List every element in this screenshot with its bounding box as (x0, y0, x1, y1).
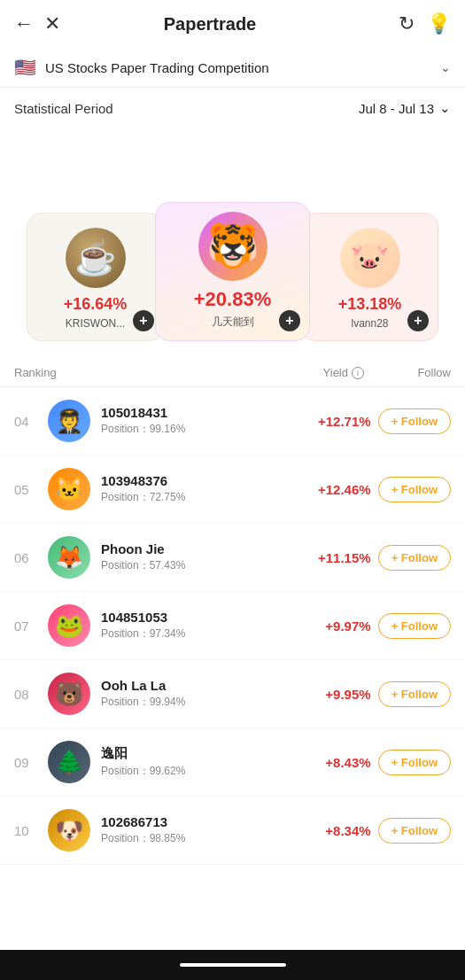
podium-third-add-button[interactable]: + (407, 310, 429, 331)
rank-user-info: 104851053 Position：97.34% (101, 610, 300, 642)
competition-name: US Stocks Paper Trading Competition (45, 60, 431, 75)
follow-button[interactable]: + Follow (378, 477, 451, 502)
rank-number: 04 (14, 414, 41, 429)
podium-second-add-button[interactable]: + (133, 310, 154, 331)
rank-position: Position：57.43% (101, 558, 300, 573)
podium-second-avatar: ☕ (66, 228, 126, 288)
table-row: 08 🐻 Ooh La La Position：99.94% +9.95% + … (0, 660, 465, 728)
rank-avatar: 🐶 (48, 809, 90, 852)
table-row: 09 🌲 逸阳 Position：99.62% +8.43% + Follow (0, 728, 465, 797)
rank-number: 06 (14, 550, 41, 565)
rank-position: Position：99.94% (101, 695, 300, 710)
rank-number: 07 (14, 618, 41, 634)
podium-third-yield: +13.18% (338, 295, 402, 314)
settings-icon[interactable]: 💡 (427, 12, 451, 35)
podium-second: ☕ +16.64% KRISWON... + (27, 213, 164, 341)
rank-user-info: 逸阳 Position：99.62% (101, 745, 300, 779)
rank-yield: +9.95% (300, 687, 371, 702)
follow-button[interactable]: + Follow (378, 408, 451, 434)
table-row: 06 🦊 Phoon Jie Position：57.43% +11.15% +… (0, 524, 465, 592)
header: ← ✕ Papertrade ↻ 💡 (0, 0, 465, 48)
rank-avatar: 🌲 (48, 741, 90, 783)
rank-avatar: 🐻 (48, 673, 90, 715)
follow-button[interactable]: + Follow (378, 681, 451, 707)
podium-first-avatar: 🐯 (198, 212, 267, 281)
rank-username: 102686713 (101, 814, 300, 829)
back-button[interactable]: ← (14, 12, 34, 35)
rank-number: 10 (14, 823, 41, 838)
th-yield: Yield i (323, 366, 364, 379)
follow-button[interactable]: + Follow (378, 750, 451, 775)
rank-user-info: Phoon Jie Position：57.43% (101, 541, 300, 573)
rank-user-info: 105018431 Position：99.16% (101, 405, 300, 437)
rank-position: Position：98.85% (101, 831, 300, 846)
header-actions: ↻ 💡 (399, 12, 451, 35)
period-chevron-icon: ⌄ (439, 100, 451, 116)
table-row: 04 🧑‍✈️ 105018431 Position：99.16% +12.71… (0, 387, 465, 455)
rank-user-info: Ooh La La Position：99.94% (101, 678, 300, 710)
podium-third: 🐷 +13.18% lvann28 + (301, 213, 438, 341)
rank-number: 09 (14, 755, 41, 770)
ranking-list: 04 🧑‍✈️ 105018431 Position：99.16% +12.71… (0, 387, 465, 865)
rank-yield: +9.97% (300, 618, 371, 634)
rank-username: Ooh La La (101, 678, 300, 693)
rank-avatar: 🐱 (48, 468, 90, 510)
rank-yield: +8.43% (300, 755, 371, 770)
table-header: Ranking Yield i Follow (0, 359, 465, 387)
table-row: 05 🐱 103948376 Position：72.75% +12.46% +… (0, 455, 465, 524)
period-value: Jul 8 - Jul 13 (359, 101, 434, 116)
rank-number: 08 (14, 687, 41, 702)
podium-first-add-button[interactable]: + (279, 310, 300, 331)
yield-info-icon[interactable]: i (352, 367, 364, 379)
rank-position: Position：99.62% (101, 764, 300, 779)
th-ranking: Ranking (14, 366, 41, 379)
flag-icon: 🇺🇸 (14, 57, 36, 78)
rank-position: Position：99.16% (101, 422, 300, 437)
rank-position: Position：72.75% (101, 490, 300, 505)
podium-first-card: 🐯 +20.83% 几天能到 + (155, 202, 310, 341)
follow-button[interactable]: + Follow (378, 818, 451, 844)
rank-yield: +8.34% (300, 823, 371, 838)
rank-avatar: 🧑‍✈️ (48, 400, 90, 442)
follow-button[interactable]: + Follow (378, 545, 451, 571)
th-follow: Follow (371, 366, 451, 379)
table-row: 07 🐸 104851053 Position：97.34% +9.97% + … (0, 592, 465, 660)
competition-selector[interactable]: 🇺🇸 US Stocks Paper Trading Competition ⌄ (0, 48, 465, 88)
chevron-down-icon: ⌄ (440, 60, 451, 74)
rank-username: 104851053 (101, 610, 300, 625)
podium: ☕ +16.64% KRISWON... + 🐯 +20.83% 几天能到 + … (0, 128, 465, 359)
rank-avatar: 🦊 (48, 536, 90, 579)
podium-first-name: 几天能到 (212, 315, 254, 330)
period-label: Statistical Period (14, 101, 113, 116)
rank-position: Position：97.34% (101, 626, 300, 642)
rank-user-info: 103948376 Position：72.75% (101, 473, 300, 505)
page-title: Papertrade (32, 14, 388, 35)
rank-number: 05 (14, 482, 41, 497)
rank-username: 105018431 (101, 405, 300, 420)
bottom-bar (0, 950, 465, 980)
follow-button[interactable]: + Follow (378, 613, 451, 639)
rank-user-info: 102686713 Position：98.85% (101, 814, 300, 846)
rank-username: 逸阳 (101, 745, 300, 762)
podium-second-yield: +16.64% (64, 295, 128, 314)
rank-yield: +11.15% (300, 550, 371, 565)
rank-yield: +12.71% (300, 414, 371, 429)
rank-username: Phoon Jie (101, 541, 300, 556)
period-bar: Statistical Period Jul 8 - Jul 13 ⌄ (0, 88, 465, 128)
rank-yield: +12.46% (300, 482, 371, 497)
podium-second-card: ☕ +16.64% KRISWON... + (27, 213, 164, 341)
rank-avatar: 🐸 (48, 604, 90, 647)
home-indicator (180, 963, 286, 967)
period-selector[interactable]: Jul 8 - Jul 13 ⌄ (359, 100, 451, 116)
podium-third-name: lvann28 (351, 317, 388, 330)
podium-third-avatar: 🐷 (340, 228, 400, 288)
podium-third-card: 🐷 +13.18% lvann28 + (301, 213, 438, 341)
table-row: 10 🐶 102686713 Position：98.85% +8.34% + … (0, 797, 465, 865)
refresh-icon[interactable]: ↻ (399, 12, 415, 35)
podium-second-name: KRISWON... (66, 317, 125, 330)
podium-first: 🐯 +20.83% 几天能到 + (155, 202, 310, 341)
podium-first-yield: +20.83% (194, 288, 271, 311)
rank-username: 103948376 (101, 473, 300, 488)
